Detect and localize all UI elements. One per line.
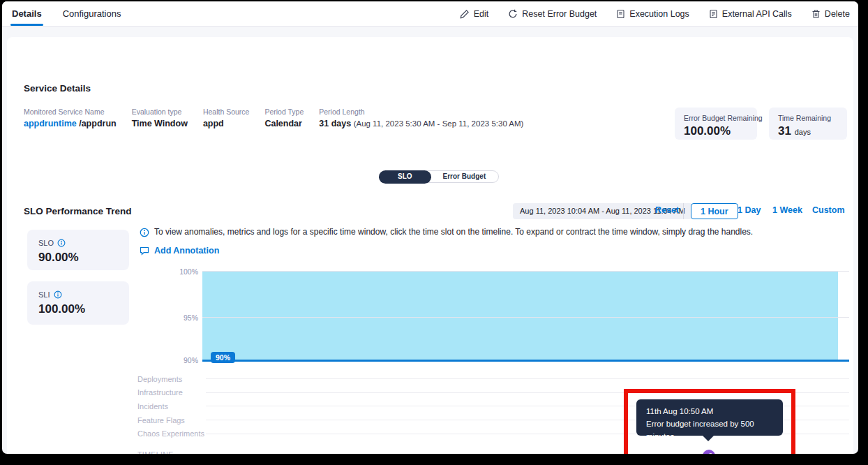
delete-icon	[811, 9, 821, 19]
lane-label: Incidents	[137, 402, 206, 411]
external-api-calls-button[interactable]: External API Calls	[709, 9, 792, 19]
field-monitored-service: Monitored Service Name appdruntime /appd…	[24, 108, 117, 128]
lane-label: Feature Flags	[137, 416, 206, 425]
tab-configurations[interactable]: Configurations	[63, 1, 121, 26]
field-period-length: Period Length 31 days (Aug 11, 2023 5:30…	[319, 108, 523, 128]
monitored-service-suffix: /appdrun	[79, 119, 116, 128]
lane-label: Infrastructure	[137, 388, 206, 397]
reset-error-budget-button[interactable]: Reset Error Budget	[508, 9, 597, 19]
y-tick-100: 100%	[167, 267, 198, 276]
gridline-100	[202, 271, 849, 272]
edit-icon	[460, 9, 470, 19]
reset-range-button[interactable]: Reset	[655, 205, 679, 215]
slo-info-icon[interactable]	[57, 239, 66, 247]
info-icon[interactable]	[140, 228, 149, 237]
reset-error-budget-label: Reset Error Budget	[522, 9, 597, 19]
range-1-hour-button[interactable]: 1 Hour	[691, 203, 738, 219]
lane-row[interactable]: Deployments	[137, 372, 849, 386]
range-custom-button[interactable]: Custom	[812, 205, 845, 215]
lane-label: Chaos Experiments	[137, 429, 206, 438]
time-remaining-card: Time Remaining 31 days	[769, 108, 847, 140]
lane-line	[206, 392, 849, 393]
sli-info-icon[interactable]	[54, 290, 62, 299]
period-length-value: 31 days	[319, 119, 351, 128]
slo-card-value: 90.00%	[38, 251, 118, 265]
field-label: Period Type	[264, 108, 304, 116]
execution-logs-icon	[616, 9, 625, 19]
execution-logs-button[interactable]: Execution Logs	[616, 9, 689, 19]
tab-details[interactable]: Details	[12, 1, 42, 26]
error-budget-remaining-value: 100.00%	[684, 124, 748, 138]
annotation-icon	[140, 246, 149, 256]
slo-target-badge: 90%	[211, 352, 235, 363]
timeline-label: TIMELINE	[137, 450, 206, 454]
delete-button[interactable]: Delete	[811, 9, 850, 19]
field-label: Monitored Service Name	[24, 108, 117, 116]
slo-card: SLO 90.00%	[27, 230, 129, 270]
marker-tooltip: 11th Aug 10:50 AM Error budget increased…	[636, 399, 783, 436]
lane-line	[206, 378, 849, 379]
details-panel: Service Details Monitored Service Name a…	[7, 37, 853, 454]
period-length-detail: (Aug 11, 2023 5:30 AM - Sep 11, 2023 5:3…	[354, 119, 524, 128]
time-remaining-unit: days	[795, 128, 811, 136]
external-api-calls-icon	[709, 9, 718, 19]
app-window: Details Configurations Edit Reset Error …	[2, 1, 858, 454]
add-annotation-button[interactable]: Add Annotation	[140, 246, 219, 256]
y-tick-95: 95%	[167, 313, 198, 322]
service-details-fields: Monitored Service Name appdruntime /appd…	[24, 108, 523, 128]
timeline-help-text: To view anomalies, metrics and logs for …	[154, 227, 753, 237]
delete-label: Delete	[825, 9, 850, 19]
range-1-day-button[interactable]: 1 Day	[738, 205, 761, 215]
field-period-type: Period Type Calendar	[264, 108, 304, 128]
field-label: Health Source	[203, 108, 250, 116]
external-api-calls-label: External API Calls	[722, 9, 792, 19]
slo-errorbudget-toggle: SLO Error Budget	[379, 170, 499, 183]
edit-label: Edit	[474, 9, 489, 19]
slo-card-label: SLO	[38, 239, 54, 247]
slo-trend-chart[interactable]: 90%	[202, 271, 849, 360]
sli-card-value: 100.00%	[38, 302, 118, 316]
field-health-source: Health Source appd	[203, 108, 250, 128]
timeline-row[interactable]: TIMELINE	[137, 450, 849, 454]
lane-row[interactable]: Infrastructure	[137, 386, 849, 400]
error-budget-remaining-card: Error Budget Remaining 100.00%	[675, 108, 757, 140]
monitored-service-link[interactable]: appdruntime	[24, 119, 77, 128]
service-details-title: Service Details	[24, 83, 91, 94]
top-tab-bar: Details Configurations Edit Reset Error …	[2, 1, 858, 27]
field-value: Calendar	[264, 119, 304, 128]
field-evaluation-type: Evaluation type Time Window	[132, 108, 188, 128]
range-1-week-button[interactable]: 1 Week	[772, 205, 802, 215]
toggle-error-budget[interactable]: Error Budget	[431, 170, 499, 183]
edit-button[interactable]: Edit	[460, 9, 489, 19]
field-label: Period Length	[319, 108, 523, 116]
tooltip-title: 11th Aug 10:50 AM	[646, 405, 783, 418]
execution-logs-label: Execution Logs	[629, 9, 689, 19]
time-remaining-label: Time Remaining	[778, 114, 838, 122]
divider	[683, 203, 684, 219]
sli-card-label: SLI	[38, 290, 50, 299]
y-tick-90: 90%	[167, 356, 198, 364]
sli-card: SLI 100.00%	[27, 281, 129, 325]
toggle-slo[interactable]: SLO	[379, 170, 431, 184]
reset-icon	[508, 9, 518, 19]
slo-performance-trend-title: SLO Performance Trend	[24, 206, 132, 216]
slo-target-line	[202, 360, 849, 362]
time-remaining-value: 31	[778, 124, 791, 138]
field-value: Time Window	[132, 119, 188, 128]
error-budget-remaining-label: Error Budget Remaining	[684, 114, 748, 122]
field-value: appd	[203, 119, 250, 128]
lane-label: Deployments	[137, 375, 206, 383]
field-label: Evaluation type	[132, 108, 188, 116]
add-annotation-label: Add Annotation	[154, 246, 219, 256]
sli-area-series	[202, 271, 838, 360]
tooltip-body: Error budget increased by 500 minutes	[646, 418, 783, 443]
gridline-95	[202, 317, 849, 318]
